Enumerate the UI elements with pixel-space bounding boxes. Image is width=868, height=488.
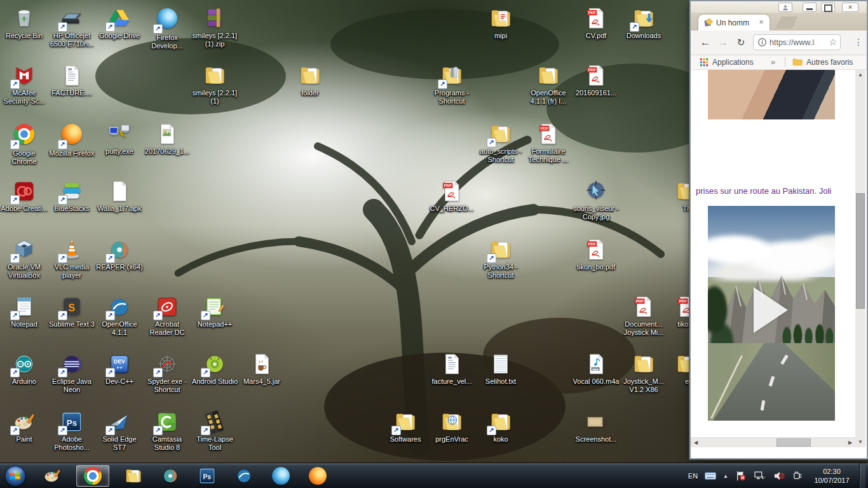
desktop-icon-mars4-5-jar[interactable]: Mars4_5.jar <box>238 352 285 386</box>
desktop-icon-eclipse-java-neon[interactable]: ↗Eclipse Java Neon <box>48 352 95 394</box>
play-button-icon[interactable] <box>754 287 788 333</box>
desktop-icon-notepad[interactable]: ↗Notepad <box>1 295 48 329</box>
desktop-icon-solid-edge-st7[interactable]: ↗Solid Edge ST7 <box>96 410 143 452</box>
taskbar-item-firefox[interactable] <box>305 464 330 488</box>
desktop-icon-joystick-m-v1-2-x86[interactable]: Joystick_M... V1.2 X86 <box>620 352 667 394</box>
reload-button[interactable]: ↻ <box>734 36 748 50</box>
video-player[interactable] <box>708 206 835 421</box>
page-info-icon[interactable] <box>757 37 767 47</box>
desktop-icon-dev-c[interactable]: DEV++↗Dev-C++ <box>96 352 143 386</box>
minimize-button[interactable] <box>803 3 817 12</box>
desktop-icon-cv-herzo[interactable]: PDFCV_HERZO... <box>428 179 475 213</box>
bookmarks-other-favorites[interactable]: Autres favoris <box>806 58 853 67</box>
maximize-button[interactable] <box>821 3 835 12</box>
taskbar-clock[interactable]: 02:30 10/07/2017 <box>811 467 853 485</box>
horizontal-scroll-thumb[interactable] <box>776 438 811 447</box>
taskbar-item-firefox-developer[interactable] <box>268 464 294 488</box>
desktop-icon-bluestacks[interactable]: ↗BlueStacks <box>48 179 95 213</box>
desktop-icon-softwares[interactable]: ↗Softwares <box>382 410 429 444</box>
scroll-right-arrow[interactable]: ▶ <box>845 438 855 447</box>
network-status-icon[interactable] <box>754 470 766 482</box>
desktop-icon-camtasia-studio-8[interactable]: ↗Camtasia Studio 8 <box>144 410 191 452</box>
desktop-icon-recycle-bin[interactable]: Recycle Bin <box>1 6 48 40</box>
article-caption-link[interactable]: prises sur une route au Pakistan. Joli <box>696 186 848 196</box>
desktop-icon-mipi[interactable]: mipi <box>477 6 524 40</box>
desktop-icon-time-lapse-tool[interactable]: ↗Time-Lapse Tool <box>191 410 238 452</box>
desktop-icon-201609161[interactable]: PDF201609161... <box>573 64 620 97</box>
desktop-icon-downloads[interactable]: ↗Downloads <box>620 6 667 40</box>
desktop-icon-arduino[interactable]: ↗Arduino <box>1 352 48 386</box>
desktop-icon-openoffice-4-1-1-fr-i[interactable]: OpenOffice 4.1.1 (fr) I... <box>525 64 572 105</box>
desktop-icon-cv-pdf[interactable]: PDFCV.pdf <box>573 6 620 40</box>
desktop-icon-facture[interactable]: FACTURE.... <box>48 64 95 97</box>
horizontal-scrollbar[interactable]: ◀ ▶ <box>691 437 855 447</box>
desktop-icon-python34-shortcut[interactable]: ↗Python34 - Shortcut <box>477 238 524 280</box>
desktop-icon-auto-scripts-shortcut[interactable]: ↗auto_scripts - Shortcut <box>477 122 524 164</box>
desktop-icon-adobe-photosho[interactable]: Ps↗Adobe Photosho... <box>48 410 95 452</box>
bookmarks-overflow-chevron[interactable]: » <box>771 57 775 67</box>
volume-muted-icon[interactable] <box>773 470 785 482</box>
action-center-flag-icon[interactable] <box>735 470 747 482</box>
desktop-icon-oracle-vm-virtualbox[interactable]: ↗Oracle VM VirtualBox <box>1 238 48 280</box>
desktop-icon-adobe-creati[interactable]: ↗Adobe Creati... <box>1 179 48 213</box>
desktop-icon-facture-vel[interactable]: facture_vel... <box>428 352 475 386</box>
desktop-icon-firefox-develop[interactable]: ↗Firefox Develop... <box>144 6 191 50</box>
desktop-icon-sublime-text-3[interactable]: S↗Sublime Text 3 <box>48 295 95 329</box>
browser-menu-icon[interactable]: ⋮ <box>854 36 863 50</box>
browser-titlebar[interactable]: × <box>691 1 867 13</box>
desktop-icon-google-drive[interactable]: ↗Google Drive <box>96 6 143 40</box>
desktop-icon-prgenvrac[interactable]: prgEnVrac <box>428 410 475 444</box>
scroll-up-arrow[interactable]: ▲ <box>855 70 865 80</box>
bookmark-star-icon[interactable]: ☆ <box>829 37 837 47</box>
desktop-icon-programs-shortcut[interactable]: ↗Programs - Shortcut <box>428 64 475 105</box>
other-bookmarks-folder-icon[interactable] <box>792 58 803 66</box>
desktop-icon-smileys-2-2-1-1-zip[interactable]: smileys [2.2.1](1).zip <box>191 6 238 48</box>
taskbar-item-start[interactable] <box>3 464 28 488</box>
taskbar-item-openoffice[interactable] <box>231 464 257 488</box>
desktop-icon-google-chrome[interactable]: ↗Google Chrome <box>1 122 48 166</box>
address-bar[interactable]: https://www.l ☆ <box>753 34 841 50</box>
desktop-icon-folder[interactable]: folder <box>287 64 334 97</box>
scroll-down-arrow[interactable]: ▼ <box>855 437 865 447</box>
back-button[interactable]: ← <box>698 36 712 50</box>
forward-button[interactable]: → <box>716 36 730 50</box>
desktop-icon-screenshot[interactable]: Screenshot... <box>573 410 620 444</box>
desktop-icon-vocal-060-m4a[interactable]: M4AVocal 060.m4a <box>573 352 620 386</box>
bookmarks-applications[interactable]: Applications <box>712 58 754 67</box>
vertical-scrollbar[interactable]: ▲ ▼ <box>855 70 865 447</box>
desktop-icon-vlc-media-player[interactable]: ↗VLC media player <box>48 238 95 280</box>
desktop-icon-document-joystick-mi[interactable]: PDFDocument... Joystick Mi... <box>620 295 667 337</box>
power-plug-icon[interactable] <box>792 470 804 482</box>
taskbar-item-paint[interactable] <box>39 464 65 488</box>
desktop-icon-mozilla-firefox[interactable]: ↗Mozilla Firefox <box>48 122 95 158</box>
desktop-icon-tikun-bo-pdf[interactable]: PDFtikun_bo.pdf <box>573 238 620 271</box>
desktop-icon-walla-1-7-apk[interactable]: Walla_1.7.apk <box>96 179 143 213</box>
browser-tab[interactable]: Un homm × <box>698 15 770 30</box>
taskbar-item-photoshop[interactable]: Ps <box>194 464 220 488</box>
taskbar-item-google-chrome[interactable] <box>76 465 109 487</box>
language-indicator[interactable]: EN <box>688 472 698 480</box>
desktop-icon-android-studio[interactable]: ↗Android Studio <box>191 352 238 386</box>
profile-button[interactable] <box>778 3 792 12</box>
desktop-icon-putty-exe[interactable]: putty.exe <box>96 122 143 156</box>
desktop-icon-hp-officejet-6500-e710n[interactable]: ↗HP Officejet 6500 E710n... <box>48 6 95 48</box>
desktop-icon-mcafee-security-sc[interactable]: ↗McAfee Security Sc... <box>1 64 48 105</box>
desktop-icon-notepad[interactable]: ↗Notepad++ <box>191 295 238 329</box>
desktop-icon-20170629-1[interactable]: 20170629_1... <box>144 122 191 156</box>
desktop-icon-souris-viseur-copy-jpg[interactable]: souris_viseur - Copy.jpg <box>573 179 620 221</box>
apps-grid-icon[interactable] <box>700 58 709 67</box>
vertical-scroll-thumb[interactable] <box>856 193 865 309</box>
desktop-icon-koko[interactable]: ↗koko <box>477 410 524 444</box>
desktop-icon-spyder-exe-shortcut[interactable]: ↗Spyder.exe - Shortcut <box>144 352 191 394</box>
tab-close-icon[interactable]: × <box>757 18 766 27</box>
taskbar-item-windows-explorer[interactable] <box>121 464 146 488</box>
desktop-icon-paint[interactable]: ↗Paint <box>1 410 48 444</box>
desktop-icon-openoffice-4-1-1[interactable]: ↗OpenOffice 4.1.1 <box>96 295 143 337</box>
new-tab-button[interactable] <box>776 17 797 29</box>
keyboard-layout-icon[interactable] <box>704 470 717 482</box>
url-text[interactable]: https://www.l <box>770 38 825 47</box>
taskbar-item-reaper[interactable] <box>158 464 183 488</box>
show-hidden-icons-chevron[interactable]: ▲ <box>723 473 728 479</box>
desktop-icon-formulaire-technique[interactable]: PDFFormulaire Technique ... <box>525 122 572 164</box>
show-desktop-button[interactable] <box>859 463 865 488</box>
